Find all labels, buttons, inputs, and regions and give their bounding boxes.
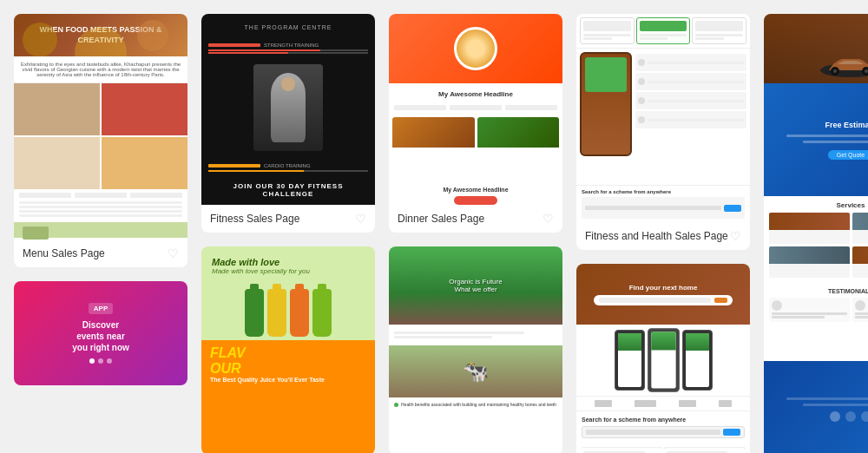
- svg-point-2: [833, 69, 837, 73]
- realestate-search-button: [714, 298, 727, 303]
- realestate-headline: Find your next home: [629, 284, 698, 292]
- car-blue-line-2: [803, 404, 868, 406]
- testimonial-1-avatar: [772, 300, 782, 311]
- fitness-card-title: Fitness Sales Page: [210, 213, 299, 225]
- info-line-3: [648, 100, 744, 102]
- phone-2: [648, 328, 680, 392]
- card-realestate[interactable]: Find your next home: [576, 264, 750, 453]
- search2-bar: [582, 426, 745, 438]
- dinner-cell-2: [477, 117, 560, 180]
- dinner-headline: My Awesome Headline: [389, 83, 562, 105]
- phone-1: [615, 330, 645, 391]
- info-block-3: [635, 92, 746, 109]
- card-juice[interactable]: Made with love Made with love specially …: [201, 246, 375, 453]
- info-dot-4: [638, 116, 645, 123]
- service-4-image: [852, 246, 869, 264]
- menu-body-text: Exhilarating to the eyes and tastebuds a…: [21, 62, 181, 77]
- card-dinner[interactable]: My Awesome Headline My Awesome Headline: [389, 14, 562, 233]
- menu-hero-image: WHEN FOOD MEETS PASSION & CREATIVITY: [14, 14, 187, 56]
- info-dot-3: [638, 97, 645, 104]
- realestate-phones: [576, 325, 750, 397]
- price-col-3: [692, 17, 746, 44]
- fitness-bar-2: [208, 52, 368, 54]
- price-col-2: [636, 17, 691, 44]
- dinner-image-grid: [389, 114, 562, 183]
- phone-2-top: [651, 332, 675, 350]
- info-dot-1: [638, 59, 645, 66]
- fitness-heart-icon[interactable]: ♡: [355, 212, 366, 226]
- realestate-property-cards: [576, 443, 750, 453]
- dinner-heart-icon[interactable]: ♡: [542, 212, 554, 226]
- valet-free-estimate: Free Estimate: [825, 121, 868, 129]
- testimonial-2: [852, 298, 869, 322]
- juice-headline: Made with love Made with love specially …: [201, 246, 375, 286]
- dinner-card-title: Dinner Sales Page: [398, 213, 484, 225]
- dinner-subheadline: My Awesome Headline: [389, 183, 562, 196]
- fitness-program-title: THE PROGRAM CENTRE: [245, 24, 332, 30]
- column-3: My Awesome Headline My Awesome Headline: [389, 14, 562, 453]
- column-2: THE PROGRAM CENTRE STRENGTH TRAINING: [201, 14, 375, 453]
- logo-2: [635, 400, 656, 407]
- services-grid: [769, 213, 868, 278]
- menu-hero-text: WHEN FOOD MEETS PASSION & CREATIVITY: [21, 25, 181, 45]
- fitness-health-heart-icon[interactable]: ♡: [730, 229, 741, 243]
- search2-input: [586, 430, 720, 435]
- food-image-2: [102, 83, 187, 135]
- card-organic[interactable]: Organic is Future What we offer 🐄 Health…: [389, 246, 562, 453]
- card-label-fitness-health: Fitness and Health Sales Page ♡: [576, 222, 750, 250]
- dinner-cell-1: [392, 117, 475, 180]
- service-3: [769, 246, 850, 278]
- service-1-image: [769, 213, 850, 230]
- column-5: Free Estimate Get Quote Services: [764, 14, 868, 453]
- organic-subtext: What we offer: [454, 286, 496, 293]
- card-menu-food[interactable]: WHEN FOOD MEETS PASSION & CREATIVITY Exh…: [14, 14, 187, 267]
- info-block-1: [635, 54, 746, 71]
- valet-cta-button[interactable]: Get Quote: [828, 150, 868, 160]
- car-blue-line-1: [786, 397, 868, 400]
- phone-1-top: [618, 333, 641, 351]
- discover-dots: [89, 358, 112, 364]
- juice-subheadline: Made with love specially for you: [212, 267, 365, 275]
- card-discover[interactable]: APP Discoverevents nearyou right now: [14, 281, 187, 385]
- logo-3: [679, 400, 696, 407]
- service-2-image: [852, 213, 869, 230]
- juice-bottles-row: [201, 286, 375, 340]
- card-label-dinner: Dinner Sales Page ♡: [389, 205, 562, 233]
- card-fitness[interactable]: THE PROGRAM CENTRE STRENGTH TRAINING: [201, 14, 375, 233]
- bp-line-1: [786, 135, 868, 137]
- service-2: [852, 213, 869, 244]
- menu-card-title: Menu Sales Page: [23, 247, 105, 259]
- info-line-1: [648, 62, 744, 64]
- service-3-image: [769, 246, 850, 264]
- card-fitness-health[interactable]: Search for a scheme from anywhere Fitnes…: [576, 14, 750, 250]
- testimonial-2-text2: [855, 316, 869, 318]
- discover-dot-2: [98, 358, 103, 364]
- phone-3-screen: [686, 333, 709, 387]
- fitness-preview: THE PROGRAM CENTRE STRENGTH TRAINING: [201, 14, 375, 205]
- valet-services: Services: [764, 196, 868, 283]
- menu-heart-icon[interactable]: ♡: [168, 246, 179, 260]
- fitness-health-preview: Search for a scheme from anywhere: [576, 14, 750, 222]
- phone-1-screen: [618, 333, 641, 387]
- realestate-search2: Search for a scheme from anywhere: [576, 411, 750, 443]
- organic-cow-image: 🐄: [389, 345, 562, 397]
- card-valet[interactable]: Free Estimate Get Quote Services: [764, 14, 868, 453]
- search-scheme-title: Search for a scheme from anywhere: [582, 189, 745, 194]
- bottle-4: [312, 289, 332, 337]
- dinner-image-2: [477, 117, 560, 148]
- organic-middle: [389, 325, 562, 345]
- organic-benefits: Health benefits associated with building…: [389, 397, 562, 411]
- bottle-1: [245, 289, 264, 337]
- services-title: Services: [769, 201, 868, 209]
- phone-3: [682, 330, 713, 391]
- price-header-3: [695, 21, 743, 31]
- info-line-4: [648, 119, 744, 121]
- menu-table-section: [14, 189, 187, 220]
- service-1: [769, 213, 850, 244]
- fitness-bar-1: [208, 49, 368, 51]
- menu-description: Exhilarating to the eyes and tastebuds a…: [14, 56, 187, 83]
- food-image-3: [14, 137, 100, 189]
- card-label-menu: Menu Sales Page ♡: [14, 240, 187, 267]
- info-block-4: [635, 111, 746, 128]
- card-preview-menu: WHEN FOOD MEETS PASSION & CREATIVITY Exh…: [14, 14, 187, 240]
